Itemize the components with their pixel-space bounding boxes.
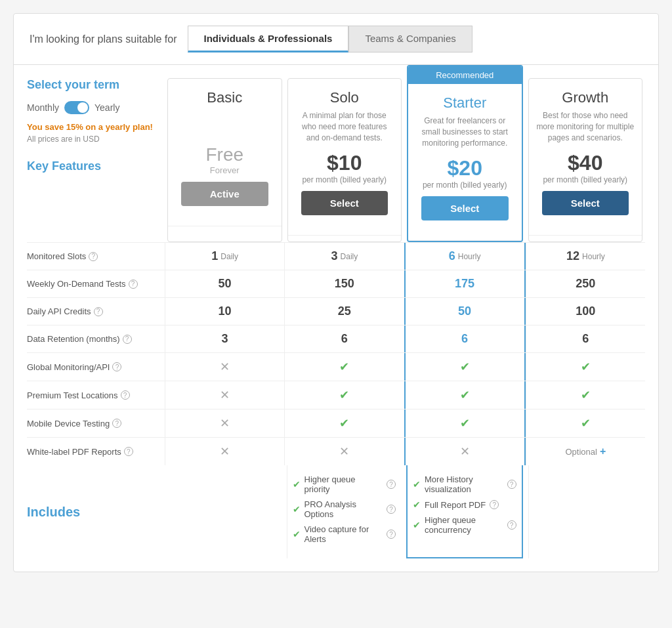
- solo-include-2: ✔ PRO Analysis Options ?: [293, 499, 396, 519]
- basic-active-button: Active: [181, 182, 268, 206]
- check-icon: ✔: [293, 479, 301, 490]
- solo-select-button[interactable]: Select: [301, 191, 388, 215]
- solo-price-amount: $10: [327, 151, 362, 175]
- include-help[interactable]: ?: [387, 480, 396, 489]
- billing-toggle[interactable]: [64, 101, 89, 114]
- daily-api-label: Daily API Credits ?: [27, 298, 165, 325]
- feature-row-global-monitoring: Global Monitoring/API ? ✕ ✔ ✔ ✔: [27, 352, 645, 381]
- include-help[interactable]: ?: [387, 505, 396, 514]
- starter-include-1: ✔ More History visualization ?: [413, 474, 516, 494]
- mobile-testing-label: Mobile Device Testing ?: [27, 409, 165, 437]
- check-icon: ✔: [581, 388, 591, 402]
- toggle-row: Monthly Yearly: [27, 101, 154, 114]
- growth-price-period: per month (billed yearly): [536, 175, 636, 184]
- check-icon: ✔: [339, 416, 349, 430]
- starter-include-2: ✔ Full Report PDF ?: [413, 499, 516, 510]
- include-help[interactable]: ?: [507, 480, 516, 489]
- cross-icon: ✕: [460, 444, 470, 459]
- feature-row-premium-locations: Premium Test Locations ? ✕ ✔ ✔ ✔: [27, 381, 645, 409]
- check-icon: ✔: [460, 416, 470, 430]
- daily-api-help[interactable]: ?: [94, 307, 103, 316]
- save-text: You save 15% on a yearly plan!: [27, 122, 154, 132]
- growth-select-button[interactable]: Select: [542, 191, 629, 215]
- basic-price-period: Forever: [175, 165, 275, 175]
- whitelabel-pdf-help[interactable]: ?: [124, 447, 133, 456]
- solo-whitelabel-pdf: ✕: [284, 438, 404, 465]
- starter-price-period: per month (billed yearly): [415, 180, 515, 190]
- check-icon: ✔: [460, 360, 470, 374]
- cross-icon: ✕: [220, 360, 230, 374]
- feature-row-weekly-tests: Weekly On-Demand Tests ? 50 150 175 250: [27, 270, 645, 297]
- growth-price-amount: $40: [568, 151, 602, 175]
- includes-plans: ✔ Higher queue priority ? ✔ PRO Analysis…: [165, 465, 645, 558]
- plan-basic-header: Basic Free Forever Active: [168, 79, 282, 226]
- solo-data-retention: 6: [284, 325, 404, 352]
- plus-icon[interactable]: +: [600, 446, 606, 457]
- starter-daily-api: 50: [404, 298, 526, 325]
- include-help[interactable]: ?: [387, 530, 396, 539]
- starter-include-3: ✔ Higher queue concurrency ?: [413, 515, 516, 535]
- plan-growth: Growth Best for those who need more moni…: [528, 78, 643, 242]
- growth-data-retention: 6: [526, 325, 645, 352]
- check-icon: ✔: [293, 529, 301, 539]
- includes-section: Includes ✔ Higher queue priority ? ✔ PRO…: [14, 465, 658, 572]
- tab-teams[interactable]: Teams & Companies: [348, 26, 472, 52]
- starter-includes: ✔ More History visualization ? ✔ Full Re…: [406, 465, 523, 558]
- premium-locations-help[interactable]: ?: [121, 390, 130, 400]
- weekly-tests-help[interactable]: ?: [129, 280, 138, 289]
- basic-data-retention: 3: [165, 325, 284, 352]
- starter-price-amount: $20: [448, 156, 482, 180]
- sidebar: Select your term Monthly Yearly You save…: [27, 78, 165, 242]
- growth-whitelabel-pdf: Optional +: [526, 438, 645, 465]
- plan-basic-name: Basic: [175, 89, 275, 106]
- growth-weekly-tests: 250: [526, 270, 645, 297]
- header-label: I'm looking for plans suitable for: [30, 33, 177, 45]
- toggle-knob: [77, 102, 88, 113]
- basic-premium-locations: ✕: [165, 381, 284, 409]
- plan-solo-header: Solo A minimal plan for those who need m…: [288, 79, 402, 236]
- select-term-title: Select your term: [27, 78, 154, 92]
- includes-label: Includes: [27, 465, 165, 558]
- global-monitoring-label: Global Monitoring/API ?: [27, 353, 165, 381]
- solo-price-period: per month (billed yearly): [295, 175, 395, 184]
- cross-icon: ✕: [220, 416, 230, 430]
- plan-basic: Basic Free Forever Active: [167, 78, 282, 242]
- feature-row-data-retention: Data Retention (months) ? 3 6 6 6: [27, 325, 645, 352]
- cross-icon: ✕: [339, 444, 349, 459]
- cross-icon: ✕: [220, 388, 230, 402]
- basic-global-monitoring: ✕: [165, 353, 284, 381]
- feature-row-monitored-slots: Monitored Slots ? 1 Daily 3 Daily 6 Hour…: [27, 242, 645, 270]
- check-icon: ✔: [413, 520, 421, 530]
- tab-individuals[interactable]: Individuals & Professionals: [188, 26, 349, 52]
- recommended-badge: Recommended: [408, 66, 522, 84]
- pricing-top-section: Select your term Monthly Yearly You save…: [14, 65, 658, 242]
- starter-weekly-tests: 175: [404, 270, 526, 297]
- include-help[interactable]: ?: [490, 500, 499, 509]
- include-help[interactable]: ?: [507, 520, 516, 530]
- monitored-slots-help[interactable]: ?: [89, 252, 98, 261]
- plan-solo-desc: A minimal plan for those who need more f…: [295, 110, 395, 143]
- growth-global-monitoring: ✔: [526, 353, 645, 381]
- basic-price-amount: Free: [175, 144, 275, 165]
- check-icon: ✔: [339, 388, 349, 402]
- plan-growth-name: Growth: [536, 89, 636, 106]
- basic-daily-api: 10: [165, 298, 284, 325]
- mobile-testing-help[interactable]: ?: [112, 419, 121, 428]
- global-monitoring-help[interactable]: ?: [112, 362, 121, 371]
- plan-growth-header: Growth Best for those who need more moni…: [529, 79, 642, 236]
- usd-text: All prices are in USD: [27, 135, 154, 144]
- plan-basic-desc: [175, 110, 275, 136]
- plan-starter-name: Starter: [415, 94, 515, 112]
- header-section: I'm looking for plans suitable for Indiv…: [14, 14, 658, 65]
- growth-includes: [528, 465, 643, 558]
- features-wrapper: Monitored Slots ? 1 Daily 3 Daily 6 Hour…: [14, 242, 658, 465]
- optional-text: Optional: [565, 447, 597, 457]
- starter-global-monitoring: ✔: [404, 353, 526, 381]
- data-retention-label: Data Retention (months) ?: [27, 325, 165, 352]
- plan-solo-price: $10 per month (billed yearly): [295, 151, 395, 184]
- premium-locations-label: Premium Test Locations ?: [27, 381, 165, 409]
- starter-select-button[interactable]: Select: [421, 196, 509, 220]
- data-retention-help[interactable]: ?: [123, 335, 132, 344]
- solo-include-1: ✔ Higher queue priority ?: [293, 474, 396, 494]
- solo-daily-api: 25: [284, 298, 404, 325]
